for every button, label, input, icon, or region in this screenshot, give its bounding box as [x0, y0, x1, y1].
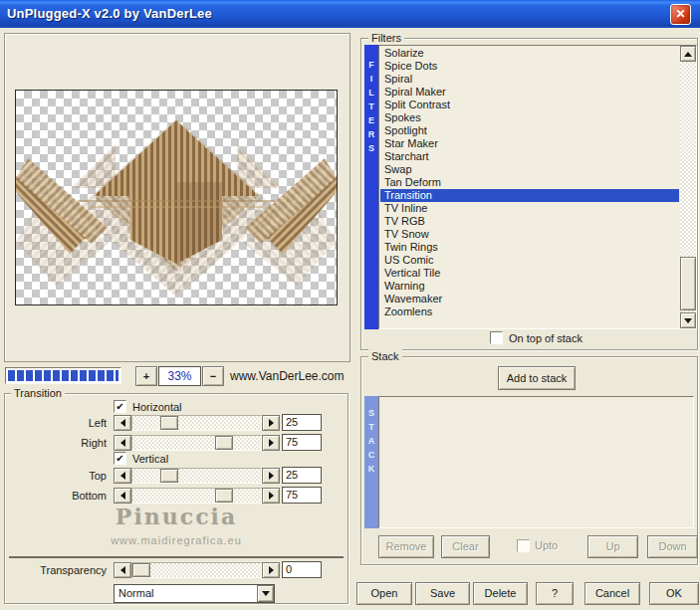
filter-item[interactable]: US Comic [380, 254, 679, 267]
chevron-down-icon [684, 318, 692, 323]
transparency-value-field[interactable]: 0 [282, 561, 322, 578]
filter-item[interactable]: Split Contrast [380, 99, 679, 111]
right-slider-left-arrow[interactable] [114, 435, 131, 451]
title-bar[interactable]: UnPlugged-X v2.0 by VanDerLee ✕ [0, 0, 700, 28]
bottom-slider-track[interactable] [131, 488, 262, 504]
arrow-left-icon [120, 472, 125, 480]
divider [9, 556, 344, 558]
remove-button[interactable]: Remove [378, 535, 434, 558]
filter-item[interactable]: Transition [380, 189, 679, 202]
help-button[interactable]: ? [536, 582, 574, 605]
filter-item[interactable]: Twin Rings [380, 241, 679, 254]
filter-item[interactable]: Solarize [380, 47, 679, 60]
filters-sidebar-letter: S [368, 141, 374, 155]
filter-item[interactable]: Vertical Tile [380, 267, 679, 280]
filter-item[interactable]: Starchart [380, 150, 679, 163]
bottom-value-field[interactable]: 75 [282, 487, 322, 504]
horizontal-label: Horizontal [132, 400, 182, 414]
left-slider-thumb[interactable] [160, 416, 178, 430]
left-slider-track[interactable] [131, 415, 262, 431]
stack-group-label: Stack [368, 349, 402, 363]
filters-sidebar-letter: F [368, 58, 374, 72]
filter-item[interactable]: TV RGB [380, 215, 679, 228]
right-label: Right [5, 435, 107, 451]
bottom-slider-left-arrow[interactable] [114, 488, 131, 504]
top-value-field[interactable]: 25 [282, 467, 322, 484]
stack-sidebar: STACK [364, 396, 378, 528]
down-button[interactable]: Down [647, 535, 698, 558]
right-value-field[interactable]: 75 [282, 434, 322, 451]
filter-item[interactable]: Zoomlens [380, 305, 679, 318]
filter-item[interactable]: TV Inline [380, 202, 679, 215]
blend-mode-value: Normal [115, 585, 257, 602]
top-slider-left-arrow[interactable] [114, 468, 131, 484]
add-to-stack-button[interactable]: Add to stack [498, 366, 576, 390]
zoom-in-button[interactable]: + [135, 366, 157, 386]
preview-art [16, 91, 337, 305]
progress-bar [5, 367, 121, 384]
scrollbar-track[interactable] [680, 62, 696, 312]
left-slider-right-arrow[interactable] [262, 415, 280, 431]
scroll-down-button[interactable] [680, 312, 696, 328]
close-icon[interactable]: ✕ [670, 4, 691, 25]
top-slider-right-arrow[interactable] [262, 468, 280, 484]
delete-button[interactable]: Delete [473, 582, 528, 605]
right-slider-thumb[interactable] [215, 436, 233, 450]
stack-sidebar-letter: C [368, 448, 375, 462]
left-slider-left-arrow[interactable] [114, 415, 131, 431]
vertical-label: Vertical [132, 452, 168, 466]
zoom-level: 33% [158, 366, 201, 386]
preview-image[interactable] [15, 90, 338, 305]
stack-listbox[interactable] [378, 396, 694, 528]
transition-group: Transition ✔ Horizontal Left 25 Right 75… [4, 393, 349, 604]
top-slider-thumb[interactable] [160, 469, 178, 483]
vertical-checkbox[interactable]: ✔ [114, 452, 126, 465]
filter-item[interactable]: Spokes [380, 111, 679, 124]
bottom-slider-right-arrow[interactable] [262, 488, 280, 504]
transparency-slider-thumb[interactable] [132, 563, 150, 577]
transparency-slider-left-arrow[interactable] [114, 562, 131, 578]
filter-item[interactable]: Star Maker [380, 137, 679, 150]
scrollbar-thumb[interactable] [680, 257, 696, 310]
filter-item[interactable]: Warning [380, 280, 679, 293]
filters-sidebar-letter: I [370, 72, 373, 86]
filter-item[interactable]: Wavemaker [380, 293, 679, 305]
filters-sidebar: FILTERS [364, 45, 378, 329]
open-button[interactable]: Open [356, 582, 412, 605]
scroll-up-button[interactable] [680, 46, 696, 62]
on-top-of-stack-checkbox[interactable] [490, 331, 503, 344]
chevron-down-icon [262, 591, 270, 596]
arrow-left-icon [120, 419, 125, 427]
top-slider-track[interactable] [131, 468, 262, 484]
save-button[interactable]: Save [415, 582, 470, 605]
zoom-out-button[interactable]: − [202, 366, 224, 386]
up-button[interactable]: Up [587, 535, 638, 558]
bottom-slider-thumb[interactable] [215, 489, 233, 503]
filter-item[interactable]: Spice Dots [380, 60, 679, 73]
clear-button[interactable]: Clear [441, 535, 490, 558]
arrow-left-icon [120, 492, 125, 500]
transparency-slider-right-arrow[interactable] [262, 562, 280, 578]
filter-item[interactable]: Spiral Maker [380, 86, 679, 99]
right-slider-track[interactable] [131, 435, 262, 451]
blend-mode-select[interactable]: Normal [114, 584, 275, 603]
ok-button[interactable]: OK [649, 582, 699, 605]
filter-item[interactable]: TV Snow [380, 228, 679, 241]
filters-scrollbar[interactable] [680, 46, 696, 328]
blend-mode-dropdown-button[interactable] [257, 585, 274, 602]
filter-item[interactable]: Tan Deform [380, 176, 679, 189]
filters-listbox[interactable]: SolarizeSpice DotsSpiralSpiral MakerSpli… [378, 45, 697, 329]
horizontal-checkbox[interactable]: ✔ [114, 400, 126, 413]
top-label: Top [5, 468, 107, 484]
filters-sidebar-letter: R [368, 127, 375, 141]
stack-sidebar-letter: A [368, 434, 375, 448]
left-value-field[interactable]: 25 [282, 414, 322, 431]
cancel-button[interactable]: Cancel [584, 582, 640, 605]
right-slider-right-arrow[interactable] [262, 435, 280, 451]
transparency-slider-track[interactable] [131, 562, 262, 578]
stack-sidebar-letter: T [368, 420, 374, 434]
filter-item[interactable]: Spotlight [380, 124, 679, 137]
filter-item[interactable]: Swap [380, 163, 679, 176]
upto-checkbox[interactable] [517, 539, 530, 552]
filter-item[interactable]: Spiral [380, 73, 679, 86]
